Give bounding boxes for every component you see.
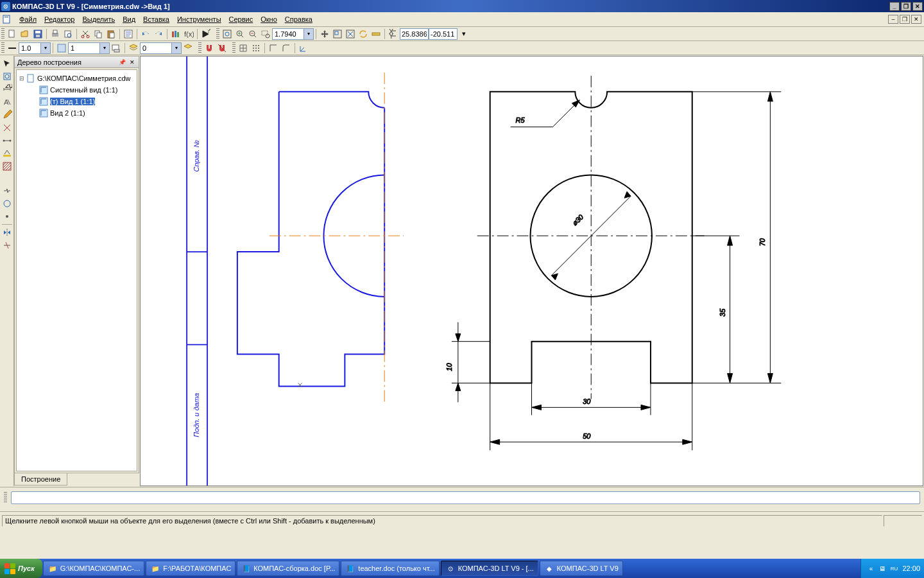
coord-button[interactable]: XY [386,28,400,40]
toolbar-grip[interactable] [1,28,4,40]
restore-document-icon[interactable] [1,13,13,25]
snap-grid-button[interactable] [249,42,263,55]
zoom-all-button[interactable] [220,28,234,40]
chevron-down-icon[interactable]: ▾ [171,43,181,53]
zoom-prev-button[interactable] [330,28,345,40]
toolbar-grip-5[interactable] [232,42,235,54]
menu-tools[interactable]: Инструменты [173,14,225,24]
copy-button[interactable] [91,28,105,40]
pan-button[interactable] [318,28,332,40]
menu-file[interactable]: Файл [15,14,40,24]
save-button[interactable] [31,28,45,40]
scale-combo[interactable]: 1.0 ▾ [19,42,51,54]
toolbar-grip-2[interactable] [216,28,219,40]
tree-root[interactable]: ⊟ G:\КОМПАС\Симметрия.cdw [18,73,135,84]
language-icon[interactable]: RU [889,563,899,574]
hatch-tool[interactable] [1,160,13,173]
measure-button[interactable] [369,28,383,40]
close-icon[interactable]: ✕ [128,58,136,66]
help-button[interactable]: ? [199,28,213,40]
menu-edit[interactable]: Редактор [40,14,78,24]
tree-body[interactable]: ⊟ G:\КОМПАС\Симметрия.cdw Системный вид … [16,69,137,471]
view-icon-button[interactable] [55,42,69,55]
maximize-button[interactable]: ❐ [901,2,911,11]
mdi-close-button[interactable]: ✕ [911,15,921,24]
expander-icon[interactable]: ⊟ [18,75,26,82]
break-tool[interactable] [1,184,13,197]
circle-tool[interactable] [1,197,13,210]
geometry-tool[interactable] [1,70,13,83]
layer-settings-button[interactable] [181,42,195,55]
parametric-tool[interactable] [1,121,13,134]
task-item-2[interactable]: 📁F:\РАБОТА\КОМПАС [146,561,235,576]
menu-help[interactable]: Справка [281,14,316,24]
clock[interactable]: 22:00 [902,565,920,572]
library-button[interactable] [169,28,183,40]
annotation-tool[interactable]: A [1,96,13,109]
tray-icon[interactable]: 🖥 [877,563,887,574]
zoom-window-button[interactable] [259,28,273,40]
task-item-1[interactable]: 📁G:\КОМПАС\КОМПАС-... [43,561,144,576]
layer-icon-button[interactable] [126,42,141,55]
zoom-out-button[interactable] [246,28,260,40]
task-item-6[interactable]: ◆КОМПАС-3D LT V9 [540,561,623,576]
pin-icon[interactable]: 📌 [118,58,126,66]
task-item-3[interactable]: 📘КОМПАС-сборка.doc [Р... [237,561,339,576]
local-cs-button[interactable] [296,42,311,55]
menu-view[interactable]: Вид [119,14,139,24]
magnet-on-button[interactable] [202,42,216,55]
chevron-down-icon[interactable]: ▾ [40,43,50,53]
edit-tool[interactable] [1,109,13,121]
open-button[interactable] [18,28,32,40]
new-button[interactable] [5,28,19,40]
redo-button[interactable] [151,28,166,40]
mirror-tool[interactable] [1,226,13,239]
undo-button[interactable] [139,28,153,40]
mdi-restore-button[interactable]: ❐ [900,15,910,24]
print-button[interactable] [48,28,62,40]
system-tray[interactable]: « 🖥 RU 22:00 [860,559,924,578]
round-button[interactable] [279,42,293,55]
tree-item-system-view[interactable]: Системный вид (1:1) [18,84,135,96]
task-item-5[interactable]: ⊙КОМПАС-3D LT V9 - [... [441,561,538,576]
menu-window[interactable]: Окно [257,14,281,24]
tray-expand-icon[interactable]: « [866,563,876,574]
coord-x-input[interactable] [400,28,429,40]
properties-button[interactable] [121,28,135,40]
toolbar-grip-3[interactable] [1,42,4,54]
measure-tool[interactable] [1,134,13,147]
view-combo[interactable]: 1 ▾ [68,42,110,54]
menu-select[interactable]: Выделить [78,14,119,24]
grid-button[interactable] [236,42,250,55]
point-tool[interactable] [1,210,13,223]
drawing-canvas[interactable]: Справ. № Подп. и дата ⌀30 [140,56,923,486]
view-settings-button[interactable] [109,42,123,55]
dimension-tool[interactable]: 20 [1,83,13,96]
select-tool[interactable] [1,57,13,70]
start-button[interactable]: Пуск [0,559,42,578]
magnet-off-button[interactable] [215,42,229,55]
preview-button[interactable] [61,28,75,40]
mdi-minimize-button[interactable]: – [888,15,898,24]
menu-service[interactable]: Сервис [225,14,257,24]
toolbar-grip[interactable] [4,492,7,504]
menu-insert[interactable]: Вставка [139,14,173,24]
tree-tab[interactable]: Построение [14,473,67,486]
toolbar-grip-4[interactable] [198,42,201,54]
refresh-button[interactable] [356,28,370,40]
chevron-down-icon[interactable]: ▾ [304,29,313,39]
line-style-button[interactable] [5,42,19,55]
coord-y-input[interactable] [429,28,458,40]
task-item-4[interactable]: 📘teacher.doc (только чт... [341,561,439,576]
cut-button[interactable] [78,28,92,40]
tree-item-view-1[interactable]: (т) Вид 1 (1:1) [18,96,135,107]
minimize-button[interactable]: _ [889,2,900,11]
toolbar-color-button[interactable] [1,147,13,160]
tree-item-view-2[interactable]: Вид 2 (1:1) [18,107,135,119]
command-input[interactable] [11,491,920,504]
layer-combo[interactable]: 0 ▾ [140,42,182,54]
trim-tool[interactable] [1,239,13,252]
zoom-in-button[interactable] [233,28,247,40]
zoom-extents-button[interactable] [343,28,357,40]
paste-button[interactable] [104,28,118,40]
